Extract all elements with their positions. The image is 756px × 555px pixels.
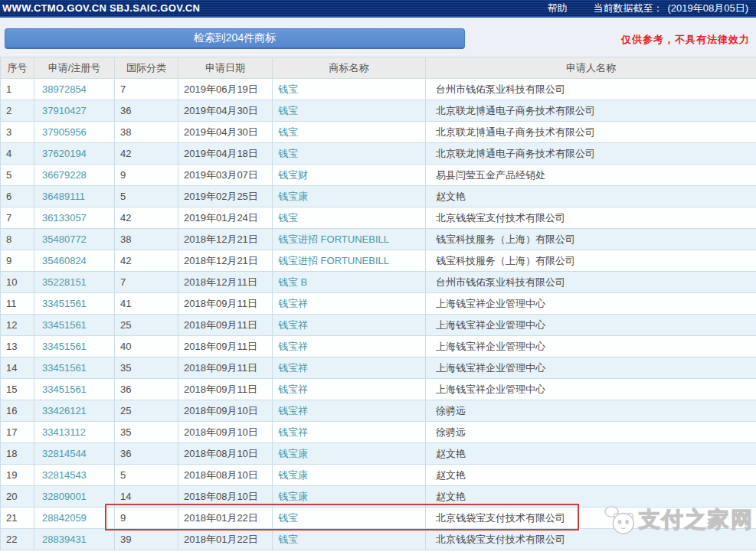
cell-mark-name[interactable]: 钱宝康 — [273, 486, 426, 508]
cell-mark-name[interactable]: 钱宝进招 FORTUNEBILL — [273, 229, 426, 250]
cell-reg-number[interactable]: 33413112 — [34, 422, 115, 443]
cell-reg-number[interactable]: 38972854 — [34, 79, 115, 100]
summary-strip: 检索到204件商标 仅供参考，不具有法律效力 — [0, 18, 756, 57]
cell-applicant: 徐骋远 — [426, 400, 756, 422]
table-row: 103522815172018年12月11日钱宝 B台州市钱佑泵业科技有限公司 — [1, 272, 756, 293]
cell-mark-name[interactable]: 钱宝 — [273, 508, 426, 529]
cell-class: 14 — [115, 486, 178, 508]
cell-applicant: 台州市钱佑泵业科技有限公司 — [426, 272, 756, 293]
cell-reg-number[interactable]: 33451561 — [34, 293, 115, 315]
cell-seq: 12 — [1, 315, 34, 336]
cell-class: 42 — [115, 250, 178, 272]
table-row: 1733413112352018年09月10日钱宝祥徐骋远 — [1, 422, 756, 443]
cell-reg-number[interactable]: 35460824 — [34, 250, 115, 272]
cell-reg-number[interactable]: 37910427 — [34, 100, 115, 122]
cell-reg-number[interactable]: 33426121 — [34, 400, 115, 422]
cell-applicant: 钱宝科技服务（上海）有限公司 — [426, 229, 756, 250]
cell-class: 25 — [115, 400, 178, 422]
cell-reg-number[interactable]: 32809001 — [34, 486, 115, 508]
cell-seq: 11 — [1, 293, 34, 315]
cell-date: 2018年01月22日 — [178, 508, 273, 529]
cell-reg-number[interactable]: 33451561 — [34, 379, 115, 400]
cell-mark-name[interactable]: 钱宝祥 — [273, 315, 426, 336]
cell-seq: 7 — [1, 207, 34, 229]
cell-applicant: 上海钱宝祥企业管理中心 — [426, 336, 756, 357]
table-row: 1533451561362018年09月11日钱宝祥上海钱宝祥企业管理中心 — [1, 379, 756, 400]
cell-applicant: 赵文艳 — [426, 486, 756, 508]
cell-applicant: 北京联龙博通电子商务技术有限公司 — [426, 143, 756, 165]
cell-mark-name[interactable]: 钱宝 — [273, 143, 426, 165]
column-header-0: 序号 — [1, 57, 34, 79]
cell-reg-number[interactable]: 33451561 — [34, 315, 115, 336]
cell-mark-name[interactable]: 钱宝 — [273, 207, 426, 229]
cell-mark-name[interactable]: 钱宝进招 FORTUNEBILL — [273, 250, 426, 272]
results-table-body: 13897285472019年06月19日钱宝台州市钱佑泵业科技有限公司2379… — [1, 79, 756, 550]
cell-reg-number[interactable]: 28842059 — [34, 508, 115, 529]
column-header-3: 申请日期 — [178, 57, 273, 79]
table-row: 63648911152019年02月25日钱宝康赵文艳 — [1, 186, 756, 207]
cell-class: 41 — [115, 293, 178, 315]
cell-reg-number[interactable]: 35480772 — [34, 229, 115, 250]
cell-mark-name[interactable]: 钱宝 — [273, 79, 426, 100]
cell-class: 5 — [115, 465, 178, 486]
help-link[interactable]: 帮助 — [548, 2, 568, 15]
cell-applicant: 赵文艳 — [426, 186, 756, 207]
topbar-right: 帮助 当前数据截至： (2019年08月05日) — [548, 2, 756, 15]
cell-mark-name[interactable]: 钱宝祥 — [273, 293, 426, 315]
cell-mark-name[interactable]: 钱宝 — [273, 529, 426, 550]
cell-date: 2018年12月21日 — [178, 250, 273, 272]
cell-seq: 2 — [1, 100, 34, 122]
cell-reg-number[interactable]: 28839431 — [34, 529, 115, 550]
cell-mark-name[interactable]: 钱宝祥 — [273, 422, 426, 443]
cell-reg-number[interactable]: 36679228 — [34, 165, 115, 186]
cell-applicant: 上海钱宝祥企业管理中心 — [426, 379, 756, 400]
cell-mark-name[interactable]: 钱宝祥 — [273, 400, 426, 422]
cell-reg-number[interactable]: 37905956 — [34, 122, 115, 143]
data-cutoff-value: (2019年08月05日) — [668, 2, 749, 15]
cell-applicant: 北京联龙博通电子商务技术有限公司 — [426, 122, 756, 143]
cell-class: 7 — [115, 272, 178, 293]
table-row: 212884205992018年01月22日钱宝北京钱袋宝支付技术有限公司 — [1, 508, 756, 529]
cell-applicant: 易县闫莹五金产品经销处 — [426, 165, 756, 186]
cell-mark-name[interactable]: 钱宝祥 — [273, 336, 426, 357]
cell-reg-number[interactable]: 33451561 — [34, 336, 115, 357]
cell-reg-number[interactable]: 32814543 — [34, 465, 115, 486]
cell-reg-number[interactable]: 36489111 — [34, 186, 115, 207]
top-bar: WWW.CTMO.GOV.CN SBJ.SAIC.GOV.CN 帮助 当前数据截… — [0, 0, 756, 18]
result-count-button[interactable]: 检索到204件商标 — [5, 28, 465, 49]
cell-mark-name[interactable]: 钱宝 — [273, 100, 426, 122]
cell-date: 2019年01月24日 — [178, 207, 273, 229]
cell-date: 2018年09月11日 — [178, 357, 273, 379]
cell-mark-name[interactable]: 钱宝康 — [273, 465, 426, 486]
cell-mark-name[interactable]: 钱宝康 — [273, 186, 426, 207]
cell-reg-number[interactable]: 32814544 — [34, 443, 115, 465]
cell-mark-name[interactable]: 钱宝康 — [273, 443, 426, 465]
cell-applicant: 赵文艳 — [426, 443, 756, 465]
cell-mark-name[interactable]: 钱宝 B — [273, 272, 426, 293]
cell-date: 2018年09月10日 — [178, 422, 273, 443]
cell-reg-number[interactable]: 37620194 — [34, 143, 115, 165]
cell-class: 38 — [115, 229, 178, 250]
cell-reg-number[interactable]: 36133057 — [34, 207, 115, 229]
cell-mark-name[interactable]: 钱宝财 — [273, 165, 426, 186]
cell-mark-name[interactable]: 钱宝祥 — [273, 357, 426, 379]
cell-mark-name[interactable]: 钱宝 — [273, 122, 426, 143]
cell-date: 2018年08月10日 — [178, 443, 273, 465]
table-row: 736133057422019年01月24日钱宝北京钱袋宝支付技术有限公司 — [1, 207, 756, 229]
cell-class: 36 — [115, 443, 178, 465]
table-row: 1633426121252018年09月10日钱宝祥徐骋远 — [1, 400, 756, 422]
cell-reg-number[interactable]: 35228151 — [34, 272, 115, 293]
table-row: 1133451561412018年09月11日钱宝祥上海钱宝祥企业管理中心 — [1, 293, 756, 315]
cell-seq: 10 — [1, 272, 34, 293]
cell-date: 2018年09月11日 — [178, 379, 273, 400]
cell-mark-name[interactable]: 钱宝祥 — [273, 379, 426, 400]
disclaimer-text: 仅供参考，不具有法律效力 — [621, 33, 750, 47]
data-cutoff-label: 当前数据截至： — [594, 2, 663, 15]
results-table: 序号申请/注册号国际分类申请日期商标名称申请人名称 13897285472019… — [0, 57, 756, 550]
cell-seq: 13 — [1, 336, 34, 357]
cell-seq: 19 — [1, 465, 34, 486]
cell-seq: 6 — [1, 186, 34, 207]
cell-reg-number[interactable]: 33451561 — [34, 357, 115, 379]
cell-seq: 21 — [1, 508, 34, 529]
table-row: 1233451561252018年09月11日钱宝祥上海钱宝祥企业管理中心 — [1, 315, 756, 336]
